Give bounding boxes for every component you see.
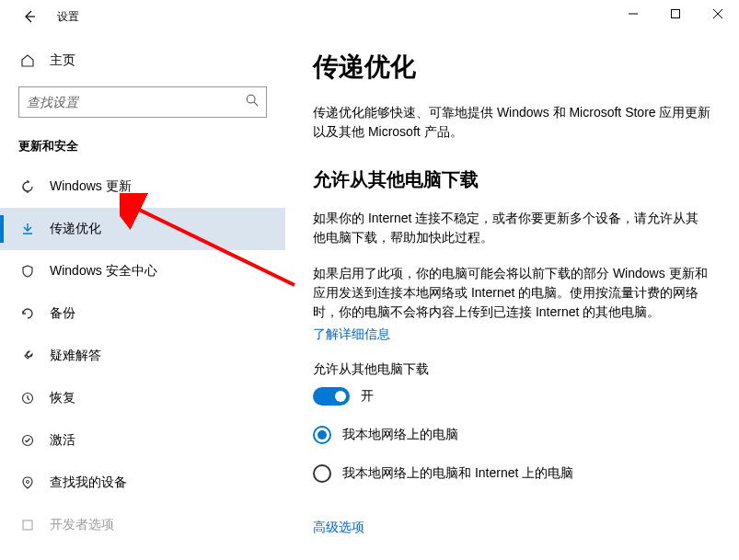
radio-button-icon — [313, 464, 331, 483]
intro-text: 传递优化能够快速、可靠地提供 Windows 和 Microsoft Store… — [313, 103, 711, 142]
search-box[interactable] — [18, 86, 267, 118]
svg-point-1 — [247, 95, 255, 103]
sidebar: 主页 更新和安全 Windows 更新 传递优化 — [0, 33, 285, 560]
search-input[interactable] — [27, 95, 246, 109]
nav-item-developer[interactable]: 开发者选项 — [0, 504, 285, 546]
sync-icon — [18, 179, 37, 194]
radio-label: 我本地网络上的电脑和 Internet 上的电脑 — [342, 465, 573, 482]
nav-item-activation[interactable]: 激活 — [0, 419, 285, 462]
back-arrow-icon — [22, 9, 37, 24]
nav-item-recovery[interactable]: 恢复 — [0, 377, 285, 419]
toggle-caption: 允许从其他电脑下载 — [313, 361, 711, 378]
delivery-icon — [18, 222, 37, 236]
developer-icon — [18, 518, 37, 532]
nav-item-backup[interactable]: 备份 — [0, 292, 285, 335]
content-area: 传递优化 传递优化能够快速、可靠地提供 Windows 和 Microsoft … — [285, 33, 739, 560]
home-label: 主页 — [50, 52, 75, 69]
nav-label: Windows 安全中心 — [50, 263, 157, 280]
nav-label: 激活 — [50, 432, 75, 449]
shield-icon — [18, 264, 37, 279]
radio-label: 我本地网络上的电脑 — [342, 427, 458, 443]
para2: 如果启用了此项，你的电脑可能会将以前下载的部分 Windows 更新和应用发送到… — [313, 264, 711, 322]
activation-icon — [18, 433, 37, 448]
nav-item-windows-security[interactable]: Windows 安全中心 — [0, 250, 285, 292]
backup-icon — [18, 306, 37, 321]
learn-more-link[interactable]: 了解详细信息 — [313, 326, 390, 341]
radio-local-network[interactable]: 我本地网络上的电脑 — [313, 426, 711, 444]
nav-item-troubleshoot[interactable]: 疑难解答 — [0, 335, 285, 377]
close-button[interactable] — [697, 0, 739, 28]
nav-label: 传递优化 — [50, 221, 101, 237]
home-nav-item[interactable]: 主页 — [0, 42, 285, 79]
nav-label: 恢复 — [50, 390, 75, 406]
nav-item-windows-update[interactable]: Windows 更新 — [0, 166, 285, 208]
minimize-button[interactable] — [612, 0, 654, 28]
minimize-icon — [629, 9, 638, 18]
radio-local-and-internet[interactable]: 我本地网络上的电脑和 Internet 上的电脑 — [313, 464, 711, 483]
back-button[interactable] — [17, 4, 42, 29]
recovery-icon — [18, 391, 37, 406]
home-icon — [18, 53, 37, 68]
section-title: 允许从其他电脑下载 — [313, 167, 711, 192]
search-icon — [246, 94, 259, 110]
maximize-button[interactable] — [654, 0, 697, 28]
titlebar: 设置 — [0, 0, 739, 33]
toggle-state-label: 开 — [361, 388, 374, 405]
maximize-icon — [671, 9, 680, 18]
svg-rect-0 — [672, 10, 680, 18]
nav-label: 疑难解答 — [50, 348, 101, 364]
window-title: 设置 — [57, 9, 79, 25]
nav-label: 查找我的设备 — [50, 474, 127, 491]
nav-label: Windows 更新 — [50, 178, 132, 195]
svg-rect-5 — [23, 520, 32, 530]
page-title: 传递优化 — [313, 50, 711, 85]
nav-item-delivery-optimization[interactable]: 传递优化 — [0, 208, 285, 250]
nav-label: 开发者选项 — [50, 517, 114, 533]
svg-point-4 — [27, 481, 29, 484]
window-controls — [612, 0, 739, 28]
advanced-options-link[interactable]: 高级选项 — [313, 520, 364, 536]
nav-label: 备份 — [50, 305, 75, 322]
troubleshoot-icon — [18, 349, 37, 363]
nav-item-find-my-device[interactable]: 查找我的设备 — [0, 462, 285, 504]
find-device-icon — [18, 475, 37, 490]
radio-button-icon — [313, 426, 331, 444]
category-header: 更新和安全 — [0, 131, 285, 166]
para1: 如果你的 Internet 连接不稳定，或者你要更新多个设备，请允许从其他电脑下… — [313, 209, 711, 247]
allow-downloads-toggle[interactable] — [313, 387, 350, 406]
close-icon — [713, 9, 722, 18]
